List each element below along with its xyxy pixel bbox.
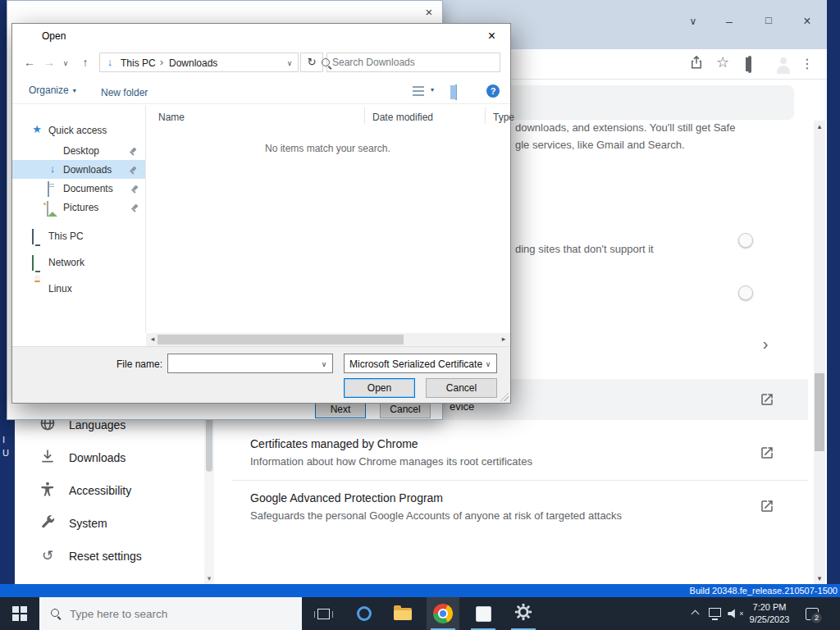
column-header-date-modified[interactable]: Date modified (372, 112, 433, 123)
nav-item-documents[interactable]: Documents (12, 179, 145, 198)
scroll-down-icon[interactable]: ▾ (204, 574, 214, 582)
tray-show-hidden-icons[interactable] (686, 597, 704, 630)
nav-item-linux[interactable]: Linux (12, 279, 145, 298)
pane-divider (145, 105, 146, 333)
nav-item-network[interactable]: Network (12, 253, 145, 272)
dialog-search-box[interactable] (326, 52, 500, 72)
preview-pane-icon[interactable] (455, 84, 457, 100)
taskbar-app-chrome[interactable] (427, 597, 459, 630)
windows-logo-icon (12, 606, 27, 621)
back-icon[interactable]: ← (21, 53, 39, 71)
search-downloads-input[interactable] (332, 56, 478, 69)
close-window-button[interactable]: × (795, 11, 819, 32)
scroll-up-icon[interactable]: ▴ (814, 122, 825, 130)
tab-search-chevron-icon[interactable]: ∨ (681, 11, 705, 32)
task-view-button[interactable] (305, 597, 341, 630)
menu-kebab-icon[interactable]: ⋮ (801, 54, 814, 74)
nav-quick-access[interactable]: ★ Quick access (12, 121, 145, 139)
maximize-button[interactable]: □ (756, 11, 781, 32)
start-button[interactable] (0, 597, 39, 630)
share-icon[interactable] (689, 55, 704, 73)
breadcrumb-this-pc[interactable]: This PC (121, 57, 156, 69)
search-icon[interactable] (322, 58, 332, 69)
nav-item-downloads[interactable]: ↓ Downloads (12, 160, 145, 179)
taskbar-app-settings[interactable] (507, 597, 540, 630)
breadcrumb-separator-icon[interactable]: › (158, 57, 166, 68)
recent-locations-chevron-icon[interactable]: ∨ (60, 57, 71, 69)
file-explorer-icon (394, 608, 412, 620)
sidebar-item-system[interactable]: System (25, 507, 203, 540)
refresh-button[interactable]: ↻ (300, 52, 323, 72)
open-button-label: Open (368, 382, 391, 394)
page-scrollbar[interactable]: ▴ ▾ (814, 121, 825, 584)
file-name-dropdown-chevron-icon[interactable]: ∨ (319, 360, 329, 368)
new-folder-button[interactable]: New folder (101, 84, 148, 99)
settings-row-certificates[interactable]: Certificates managed by Chrome Informati… (232, 424, 808, 480)
tray-clock[interactable]: 7:20 PM 9/25/2023 (745, 600, 794, 627)
tray-volume[interactable]: × (725, 597, 746, 630)
nav-label: Downloads (63, 164, 112, 176)
taskbar-search-box[interactable] (39, 597, 302, 630)
pin-icon (130, 204, 139, 213)
page-scrollbar-thumb[interactable] (815, 373, 824, 451)
nav-label: Quick access (48, 125, 107, 136)
dialog-title-bar[interactable] (12, 24, 510, 48)
column-divider[interactable] (364, 107, 365, 124)
cancel-button[interactable]: Cancel (426, 378, 497, 398)
view-details-icon[interactable] (413, 86, 424, 96)
column-header-name[interactable]: Name (158, 112, 185, 123)
address-dropdown-chevron-icon[interactable]: ∨ (285, 59, 294, 67)
expand-row-chevron-icon[interactable]: › (757, 334, 774, 354)
address-bar[interactable]: ↓ This PC › Downloads ∨ (99, 52, 299, 72)
nav-item-desktop[interactable]: Desktop (12, 141, 145, 160)
scroll-right-icon[interactable]: ▸ (499, 335, 509, 343)
bookmark-star-icon[interactable]: ☆ (714, 53, 732, 71)
sidebar-item-label: System (69, 517, 107, 530)
sidebar-item-reset-settings[interactable]: ↺ Reset settings (25, 540, 203, 573)
file-name-combobox[interactable]: ∨ (167, 354, 333, 373)
minimize-button[interactable]: – (717, 11, 742, 32)
up-icon[interactable]: ↑ (76, 53, 94, 71)
sidebar-item-downloads[interactable]: Downloads (25, 441, 203, 474)
forward-icon[interactable]: → (40, 53, 58, 71)
settings-row-advanced-protection[interactable]: Google Advanced Protection Program Safeg… (232, 481, 808, 535)
app-window-icon (476, 606, 491, 622)
close-dialog-button[interactable]: × (473, 24, 510, 48)
chrome-icon (433, 604, 453, 623)
open-button[interactable]: Open (344, 378, 415, 398)
file-type-select[interactable]: Microsoft Serialized Certificate ∨ (344, 354, 497, 373)
scroll-left-icon[interactable]: ◂ (148, 335, 158, 343)
organize-button[interactable]: Organize ▾ (29, 84, 76, 96)
scroll-down-icon[interactable]: ▾ (814, 574, 825, 582)
sidebar-item-accessibility[interactable]: Accessibility (25, 474, 203, 507)
sidebar-item-label: Languages (69, 418, 126, 431)
external-link-icon (760, 445, 774, 463)
organize-label: Organize (29, 84, 69, 96)
sidebar-scrollbar[interactable]: ▾ (204, 402, 214, 584)
close-wizard-button[interactable]: × (418, 3, 441, 21)
file-type-dropdown-chevron-icon[interactable]: ∨ (483, 360, 493, 368)
speaker-muted-icon (728, 609, 738, 619)
nav-item-pictures[interactable]: Pictures (12, 198, 145, 217)
horizontal-scrollbar-thumb[interactable] (158, 335, 404, 345)
taskbar-app-explorer[interactable] (386, 597, 419, 630)
taskbar-app-browser[interactable] (348, 597, 381, 630)
column-divider[interactable] (485, 107, 486, 124)
views-dropdown-chevron-icon[interactable]: ▾ (427, 86, 437, 94)
reset-icon: ↺ (39, 548, 56, 564)
wrench-icon (39, 514, 56, 533)
help-icon[interactable]: ? (486, 84, 500, 98)
resize-grip[interactable] (499, 391, 509, 401)
column-header-type[interactable]: Type (493, 112, 514, 123)
empty-folder-message: No items match your search. (265, 143, 390, 154)
taskbar-app-window[interactable] (467, 597, 500, 630)
file-name-input[interactable] (171, 357, 316, 370)
side-panel-icon[interactable] (748, 56, 751, 73)
wizard-next-label: Next (331, 404, 351, 415)
settings-text-fragment: gle services, like Gmail and Search. (515, 139, 685, 151)
tray-network[interactable] (704, 597, 725, 630)
breadcrumb-downloads[interactable]: Downloads (169, 57, 217, 69)
nav-item-this-pc[interactable]: This PC (12, 226, 145, 245)
horizontal-scrollbar[interactable]: ◂ ▸ (146, 333, 510, 346)
taskbar-search-input[interactable] (70, 608, 291, 620)
